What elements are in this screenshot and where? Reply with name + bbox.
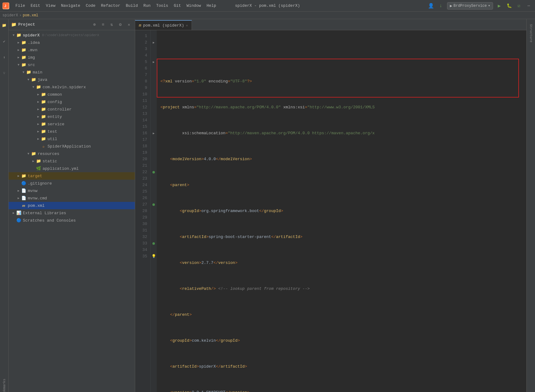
- tree-arrow-config: ▶: [36, 99, 41, 104]
- fold-10: [151, 91, 157, 98]
- fold-5[interactable]: ▶: [151, 59, 157, 65]
- line-num-5: 5: [135, 59, 150, 65]
- code-line-2: <project xmlns="http://maven.apache.org/…: [160, 104, 526, 111]
- panel-locate-icon[interactable]: ⊕: [91, 21, 98, 28]
- tree-main[interactable]: ▼ 📁 main: [9, 69, 135, 76]
- tree-java[interactable]: ▼ 📁 java: [9, 76, 135, 83]
- tree-label-gitignore: .gitignore: [28, 181, 52, 186]
- icon-service: 📁: [41, 121, 46, 127]
- tree-common[interactable]: ▶ 📁 common: [9, 91, 135, 98]
- debug-button[interactable]: 🐛: [505, 2, 513, 10]
- menu-run[interactable]: Run: [141, 2, 153, 9]
- tree-target[interactable]: ▶ 📁 target: [9, 172, 135, 180]
- more-actions-icon[interactable]: ⋯: [525, 2, 533, 10]
- tree-label-img: img: [28, 55, 35, 60]
- editor-tab-pomxml[interactable]: m pom.xml (spiderX) ✕: [135, 20, 192, 30]
- menu-navigate[interactable]: Navigate: [59, 2, 83, 9]
- fold-2[interactable]: ▶: [151, 39, 157, 46]
- tree-gitignore[interactable]: ▶ 🔵 .gitignore: [9, 180, 135, 187]
- line-num-26: 26: [135, 195, 150, 201]
- code-line-4: <modelVersion>4.0.0</modelVersion>: [160, 156, 526, 162]
- fold-4: [151, 52, 157, 59]
- tree-arrow-idea: ▶: [16, 40, 21, 45]
- menu-git[interactable]: Git: [171, 2, 183, 9]
- panel-expand-icon[interactable]: ⇅: [108, 21, 115, 28]
- fold-11: [151, 98, 157, 104]
- icon-common: 📁: [41, 92, 46, 97]
- tree-static[interactable]: ▶ 📁 static: [9, 157, 135, 165]
- tree-mvn[interactable]: ▶ 📁 .mvn: [9, 46, 135, 54]
- code-content[interactable]: <?xml version="1.0" encoding="UTF-8"?> <…: [157, 30, 526, 392]
- menu-help[interactable]: Help: [204, 2, 218, 9]
- line-num-4: 4: [135, 52, 150, 59]
- tree-controller[interactable]: ▶ 📁 controller: [9, 106, 135, 113]
- sidebar-project-icon[interactable]: 📁: [1, 22, 8, 29]
- tree-mvnw[interactable]: ▶ 📄 mvnw: [9, 187, 135, 194]
- run-config-dropdown-arrow: ▾: [488, 3, 490, 8]
- tree-package[interactable]: ▼ 📁 com.kelvin.spiderx: [9, 83, 135, 91]
- fold-23: [151, 175, 157, 182]
- tree-root[interactable]: ▼ 📁 spiderX D:\code\IdeaProjects\spiderX: [9, 31, 135, 39]
- menu-edit[interactable]: Edit: [28, 2, 43, 9]
- tree-scratches[interactable]: ▶ 🔵 Scratches and Consoles: [9, 217, 135, 224]
- tree-resources[interactable]: ▼ 📁 resources: [9, 150, 135, 157]
- tree-entity[interactable]: ▶ 📁 entity: [9, 113, 135, 120]
- line-num-1: 1: [135, 33, 150, 39]
- menu-code[interactable]: Code: [83, 2, 98, 9]
- breadcrumb-project[interactable]: spiderX: [2, 13, 18, 18]
- code-editor[interactable]: 1 2 3 4 5 6 7 8 9 10 11 12 13 14 15 16 1…: [135, 30, 526, 392]
- icon-java: 📁: [31, 77, 36, 82]
- tree-external-libs[interactable]: ▶ 📊 External Libraries: [9, 209, 135, 217]
- tree-src[interactable]: ▼ 📁 src: [9, 61, 135, 69]
- menu-view[interactable]: View: [43, 2, 58, 9]
- coverage-button[interactable]: ☑: [515, 2, 523, 10]
- vcs-update-icon[interactable]: ↓: [437, 2, 445, 10]
- sidebar-pull-requests-icon[interactable]: ⬆: [1, 54, 8, 61]
- menu-refactor[interactable]: Refactor: [98, 2, 122, 9]
- tree-util[interactable]: ▶ 📁 util: [9, 135, 135, 143]
- menu-build[interactable]: Build: [123, 2, 140, 9]
- code-line-5: <parent>: [160, 182, 526, 188]
- panel-close-icon[interactable]: ✕: [126, 21, 132, 28]
- breadcrumb: spiderX › pom.xml: [0, 12, 535, 19]
- menu-window[interactable]: Window: [184, 2, 204, 9]
- tree-arrow-java: ▼: [26, 77, 31, 82]
- menu-tools[interactable]: Tools: [154, 2, 171, 9]
- line-num-18: 18: [135, 143, 150, 149]
- tree-mvnwcmd[interactable]: ▶ 📄 mvnw.cmd: [9, 194, 135, 202]
- sidebar-git-icon[interactable]: ⑂: [1, 70, 8, 77]
- breadcrumb-file[interactable]: pom.xml: [23, 13, 38, 18]
- tree-idea[interactable]: ▶ 📁 .idea: [9, 39, 135, 46]
- line-num-25: 25: [135, 188, 150, 195]
- fold-13: [151, 111, 157, 117]
- fold-27: [151, 201, 157, 208]
- tree-spiderxapp[interactable]: ▶ ☕ SpiderXApplication: [9, 143, 135, 150]
- line-num-14: 14: [135, 117, 150, 123]
- window-title: spiderX - pom.xml (spiderX): [235, 3, 300, 8]
- run-button[interactable]: ▶: [496, 2, 503, 10]
- fold-16[interactable]: ▶: [151, 130, 157, 136]
- tree-arrow-service: ▶: [36, 122, 41, 127]
- run-config-selector[interactable]: ▶ BrdProxyService ▾: [447, 2, 493, 10]
- line-num-34: 34: [135, 247, 150, 253]
- tree-pomxml[interactable]: ▶ 𝒎 pom.xml: [9, 202, 135, 209]
- fold-3: [151, 46, 157, 52]
- bookmarks-tab[interactable]: Bookmarks: [2, 376, 7, 392]
- structure-tab[interactable]: Structure: [529, 22, 533, 45]
- code-line-6: <groupId>org.springframework.boot</group…: [160, 208, 526, 214]
- tree-img[interactable]: ▶ 📁 img: [9, 54, 135, 61]
- panel-settings-icon[interactable]: ⚙: [117, 21, 124, 28]
- line-num-24: 24: [135, 182, 150, 188]
- tree-test[interactable]: ▶ 📁 test: [9, 128, 135, 135]
- tree-appyml[interactable]: ▶ 🌿 application.yml: [9, 165, 135, 172]
- tree-config[interactable]: ▶ 📁 config: [9, 98, 135, 106]
- account-icon[interactable]: 👤: [427, 2, 435, 10]
- tree-service[interactable]: ▶ 📁 service: [9, 120, 135, 128]
- line-num-13: 13: [135, 111, 150, 117]
- tree-arrow-static: ▶: [31, 159, 36, 164]
- tab-close-btn[interactable]: ✕: [186, 23, 188, 27]
- title-right-area: 👤 ↓ ▶ BrdProxyService ▾ ▶ 🐛 ☑ ⋯: [427, 2, 533, 10]
- menu-file[interactable]: File: [13, 2, 27, 9]
- panel-collapse-icon[interactable]: ≡: [100, 21, 106, 28]
- sidebar-commit-icon[interactable]: ✔: [1, 38, 8, 45]
